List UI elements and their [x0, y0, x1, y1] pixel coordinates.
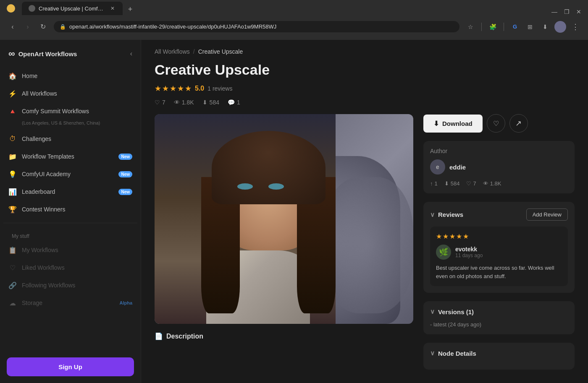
- sidebar-item-following-workflows[interactable]: 🔗 Following Workflows: [3, 277, 137, 294]
- maximize-button[interactable]: ❐: [564, 8, 570, 15]
- share-button[interactable]: ↗: [509, 114, 528, 133]
- close-button[interactable]: ✕: [576, 8, 581, 15]
- stat-comments: 💬 1: [228, 99, 240, 106]
- star-1: ★: [155, 84, 161, 93]
- stats-row: ♡ 7 👁 1.8K ⬇ 584 💬 1: [155, 99, 575, 106]
- author-name[interactable]: eddie: [449, 164, 466, 171]
- sidebar-item-contest-winners[interactable]: 🏆 Contest Winners: [3, 201, 137, 218]
- breadcrumb-parent-link[interactable]: All Workflows: [155, 48, 190, 55]
- nav-buttons: ‹ › ↻: [7, 21, 49, 33]
- tab-close-button[interactable]: ✕: [109, 5, 116, 12]
- author-stat-likes: ♡ 7: [466, 180, 476, 187]
- download-label: Download: [442, 120, 472, 127]
- download-button[interactable]: ⬇ Download: [423, 115, 483, 133]
- sidebar-item-leaderboard[interactable]: 📊 Leaderboard New: [3, 183, 137, 200]
- author-stats: ↑ 1 ⬇ 584 ♡ 7 👁 1.8K: [430, 180, 568, 187]
- comfyui-academy-badge: New: [118, 171, 132, 177]
- bookmark-icon[interactable]: ☆: [465, 21, 476, 33]
- comfy-summit-icon: 🔺: [8, 107, 17, 115]
- refresh-button[interactable]: ↻: [37, 21, 49, 33]
- versions-section: ∨ Versions (1) - latest (24 days ago): [423, 301, 575, 334]
- challenges-icon: ⏱: [8, 135, 17, 143]
- tab-bar: Creative Upscale | ComfyUI Wo... ✕ + — ❐…: [0, 0, 588, 15]
- node-details-header[interactable]: ∨ Node Details: [430, 349, 568, 357]
- sidebar-item-storage[interactable]: ☁ Storage Alpha: [3, 294, 137, 311]
- review-star-2: ★: [443, 232, 449, 240]
- author-stat-shares: ↑ 1: [430, 180, 438, 187]
- author-info: e eddie: [430, 159, 568, 175]
- my-workflows-icon: 📋: [8, 246, 17, 254]
- contest-winners-icon: 🏆: [8, 205, 17, 214]
- sign-up-button[interactable]: Sign Up: [7, 357, 134, 376]
- sidebar-item-liked-workflows[interactable]: ♡ Liked Workflows: [3, 259, 137, 276]
- sidebar-item-challenges[interactable]: ⏱ Challenges: [3, 130, 137, 147]
- sidebar-collapse-button[interactable]: ‹: [130, 50, 132, 57]
- description-header[interactable]: 📄 Description: [155, 332, 413, 340]
- following-workflows-icon: 🔗: [8, 281, 17, 289]
- author-views-count: 1.8K: [490, 180, 501, 187]
- star-rating: ★ ★ ★ ★ ★: [155, 84, 192, 93]
- star-2: ★: [162, 84, 169, 93]
- logo[interactable]: ∞ OpenArt Workflows: [8, 48, 77, 59]
- sidebar: ∞ OpenArt Workflows ‹ 🏠 Home ⚡ All Workf…: [0, 40, 141, 383]
- comfy-summit-sublabel: (Los Angeles, US & Shenzhen, China): [8, 120, 100, 125]
- app-layout: ∞ OpenArt Workflows ‹ 🏠 Home ⚡ All Workf…: [0, 40, 588, 383]
- sidebar-footer: Sign Up: [0, 351, 141, 383]
- author-shares-count: 1: [435, 180, 438, 187]
- review-star-4: ★: [456, 232, 462, 240]
- sidebar-item-workflow-templates[interactable]: 📁 Workflow Templates New: [3, 148, 137, 165]
- new-tab-button[interactable]: +: [124, 3, 136, 15]
- sidebar-item-comfy-summit[interactable]: 🔺 Comfy Summit Workflows (Los Angeles, U…: [3, 103, 137, 130]
- like-button[interactable]: ♡: [487, 114, 505, 133]
- url-bar[interactable]: 🔒 openart.ai/workflows/mastiff-infantile…: [54, 21, 459, 32]
- download-manager-icon[interactable]: ⬇: [539, 21, 551, 33]
- downloads-count: 584: [210, 99, 219, 106]
- author-section-title: Author: [430, 148, 568, 154]
- workflow-image: [155, 114, 413, 324]
- sidebar-item-my-workflows[interactable]: 📋 My Workflows: [3, 242, 137, 258]
- versions-header[interactable]: ∨ Versions (1): [430, 308, 568, 315]
- sidebar-item-all-workflows[interactable]: ⚡ All Workflows: [3, 85, 137, 102]
- stat-views: 👁 1.8K: [174, 99, 194, 106]
- url-text: openart.ai/workflows/mastiff-infantile-2…: [69, 23, 276, 30]
- author-downloads-icon: ⬇: [444, 180, 449, 187]
- reviews-section: ∨ Reviews Add Review ★ ★ ★ ★ ★: [423, 202, 575, 293]
- active-tab[interactable]: Creative Upscale | ComfyUI Wo... ✕: [22, 2, 123, 15]
- bg-figure-2: [323, 177, 413, 313]
- minimize-button[interactable]: —: [551, 8, 557, 15]
- all-workflows-icon: ⚡: [8, 89, 17, 98]
- my-stuff-items: 📋 My Workflows ♡ Liked Workflows 🔗 Follo…: [3, 242, 137, 311]
- leaderboard-icon: 📊: [8, 188, 17, 196]
- versions-title-text: Versions (1): [438, 308, 474, 315]
- extensions-icon[interactable]: 🧩: [487, 21, 499, 33]
- google-icon[interactable]: G: [509, 21, 521, 33]
- sidebar-item-home[interactable]: 🏠 Home: [3, 68, 137, 84]
- sidebar-item-liked-workflows-label: Liked Workflows: [22, 264, 132, 271]
- reviews-title: ∨ Reviews: [430, 211, 463, 219]
- author-stat-views: 👁 1.8K: [483, 180, 501, 187]
- left-column: 📄 Description: [155, 114, 413, 370]
- eye-right: [268, 183, 284, 190]
- rating-count: 1 reviews: [207, 85, 232, 92]
- review-star-5: ★: [463, 232, 469, 240]
- review-avatar: 🌿: [436, 245, 451, 260]
- reviews-title-text: Reviews: [438, 211, 463, 218]
- menu-icon[interactable]: ⋮: [570, 21, 581, 33]
- forward-button[interactable]: ›: [22, 21, 34, 33]
- add-review-button[interactable]: Add Review: [526, 208, 568, 221]
- liked-workflows-icon: ♡: [8, 263, 17, 272]
- node-details-chevron: ∨: [430, 349, 435, 357]
- sidebar-item-comfyui-academy-label: ComfyUI Academy: [22, 171, 113, 177]
- action-buttons: ⬇ Download ♡ ↗: [423, 114, 575, 133]
- review-stars: ★ ★ ★ ★ ★: [436, 232, 562, 240]
- back-button[interactable]: ‹: [7, 21, 18, 33]
- share-icon: ↗: [515, 119, 522, 128]
- sidebar-item-comfyui-academy[interactable]: 💡 ComfyUI Academy New: [3, 166, 137, 182]
- translate-icon[interactable]: ⊞: [524, 21, 536, 33]
- star-5: ★: [185, 84, 192, 93]
- sidebar-divider: [3, 223, 137, 223]
- profile-avatar[interactable]: [554, 21, 566, 33]
- reviews-header[interactable]: ∨ Reviews Add Review: [430, 208, 568, 221]
- comments-icon: 💬: [228, 99, 235, 106]
- content-grid: 📄 Description ⬇ Download ♡: [155, 114, 575, 370]
